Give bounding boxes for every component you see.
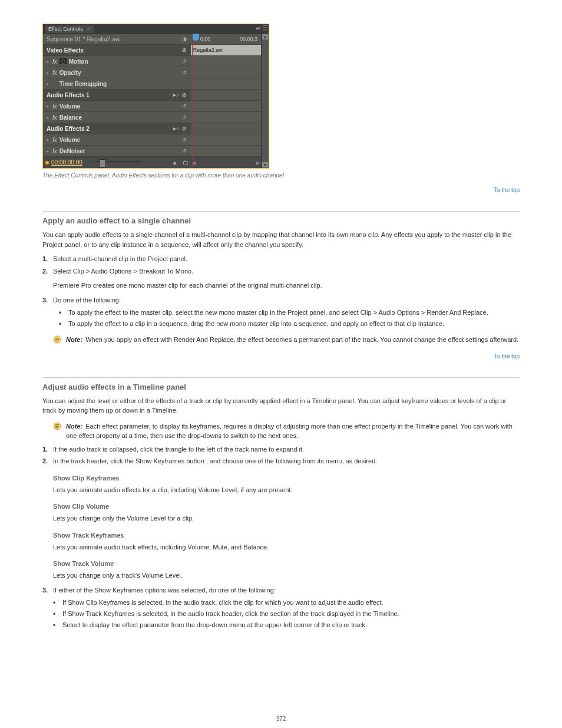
scroll-down-icon[interactable]: ▼ [262, 162, 268, 167]
bypass-icon[interactable]: ▸♪ [172, 90, 180, 101]
reset-icon[interactable]: ↺ [180, 112, 189, 123]
step-text: In the track header, click the Show Keyf… [53, 457, 377, 465]
chevron-right-icon[interactable]: ▸ [47, 67, 51, 78]
effect-label: DeNoiser [59, 146, 180, 157]
option-heading: Show Clip Keyframes [53, 475, 520, 482]
zoom-slider[interactable] [94, 161, 141, 164]
effect-label: Motion [69, 56, 180, 67]
step-2: 2. Select Clip > Audio Options > Breakou… [42, 266, 520, 276]
video-effects-section[interactable]: Video Effects ⊘ [43, 45, 191, 56]
step-2: 2. In the track header, click the Show K… [42, 456, 520, 466]
section-label: Audio Effects 1 [47, 90, 172, 101]
note-text: Each effect parameter, to display its ke… [66, 423, 513, 440]
list-item: To apply the effect to a clip in a seque… [59, 318, 520, 330]
step-number: 2. [42, 456, 53, 466]
sequence-label: Sequence 01 * Regalta2.avi [47, 34, 180, 45]
chevron-right-icon[interactable]: ▸ [47, 56, 51, 67]
audio-effects-1-section[interactable]: Audio Effects 1 ▸♪ ⊘ [43, 90, 191, 101]
scroll-up-icon[interactable]: ▲ [262, 34, 268, 39]
note-text: When you apply an effect with Render And… [85, 336, 518, 343]
step-text: If the audio track is collapsed, click t… [53, 444, 304, 454]
note-label: Note: [66, 423, 82, 430]
note-block: Note: When you apply an effect with Rend… [53, 335, 520, 345]
timeline-clip[interactable]: Regalta2.avi [191, 45, 261, 56]
bypass-icon[interactable]: ▸♪ [172, 123, 180, 134]
timeline-row [191, 56, 261, 67]
list-item: If Show Clip Keyframes is selected, in t… [53, 597, 520, 608]
chevron-right-icon[interactable]: ▸ [47, 134, 51, 146]
audio-effects-2-section[interactable]: Audio Effects 2 ▸♪ ⊘ [43, 123, 191, 134]
fx-icon: fx [52, 56, 57, 67]
toggle-icon[interactable]: ⊘ [180, 123, 189, 134]
effect-motion[interactable]: ▸ fx Motion ↺ [43, 56, 191, 67]
effect-volume-1[interactable]: ▸ fx Volume ↺ [43, 101, 191, 112]
section-divider [42, 377, 520, 378]
section-heading: Adjust audio effects in a Timeline panel [42, 383, 520, 391]
ruler-end: 00;00;3 [240, 34, 257, 44]
sequence-row: Sequence 01 * Regalta2.avi ◑ [43, 34, 191, 45]
svg-rect-7 [55, 427, 58, 428]
effect-denoiser[interactable]: ▸ fx DeNoiser ↺ [43, 146, 191, 157]
svg-rect-1 [55, 338, 59, 338]
step-number: 1. [42, 254, 53, 264]
timeline-row [191, 90, 261, 101]
record-dot-icon [45, 161, 49, 164]
effect-time-remapping[interactable]: ▸ fx Time Remapping [43, 78, 191, 90]
chevron-right-icon[interactable]: ▸ [47, 146, 51, 157]
reset-icon[interactable]: ↺ [180, 67, 189, 78]
step-text: Select Clip > Audio Options > Breakout T… [53, 266, 193, 276]
to-top-link[interactable]: To the top [42, 353, 520, 360]
panel-tabbar: Effect Controls × ▾≡ [43, 24, 269, 34]
chevron-right-icon[interactable]: ▸ [47, 101, 51, 112]
panel-grip-icon[interactable] [263, 25, 267, 31]
step-text: If either of the Show Keyframes options … [53, 585, 276, 595]
timeline-row [191, 67, 261, 78]
effect-label: Volume [59, 134, 180, 146]
bullet-list: To apply the effect to the master clip, … [59, 307, 520, 329]
note-label: Note: [66, 336, 82, 343]
note-block: Note: Each effect parameter, to display … [53, 421, 520, 441]
scroll-right-icon[interactable]: ▶ [256, 160, 260, 166]
effect-opacity[interactable]: ▸ fx Opacity ↺ [43, 67, 191, 78]
effect-controls-tab[interactable]: Effect Controls × [44, 25, 94, 33]
step-number: 2. [42, 266, 53, 276]
timeline-row [191, 123, 261, 134]
reset-icon[interactable]: ↺ [180, 134, 189, 146]
timecode-field[interactable]: 00;00;00;00 [51, 159, 82, 166]
step-text: Do one of the following: [53, 295, 121, 305]
toggle-icon[interactable]: ⊘ [180, 90, 189, 101]
folder-icon[interactable]: 🗀 [183, 159, 189, 166]
to-top-link[interactable]: To the top [42, 187, 520, 193]
timeline-ruler[interactable]: 0;00 00;00;3 [191, 34, 261, 45]
step-1: 1. Select a multi-channel clip in the Pr… [42, 254, 520, 264]
playhead-line[interactable] [192, 34, 193, 168]
effect-balance[interactable]: ▸ fx Balance ↺ [43, 112, 191, 123]
toggle-icon[interactable]: ⊘ [180, 45, 189, 56]
step-number: 1. [42, 444, 53, 454]
vertical-scrollbar[interactable]: ▲ ▼ [261, 34, 269, 168]
option-heading: Show Track Keyframes [53, 532, 520, 539]
effect-label: Volume [59, 101, 180, 112]
playhead-icon[interactable] [192, 34, 199, 41]
close-icon[interactable]: × [87, 26, 90, 32]
body-text: Lets you animate audio track effects, in… [53, 542, 520, 552]
step-3: 3. If either of the Show Keyframes optio… [42, 585, 520, 595]
fx-icon: fx [52, 146, 57, 157]
collapse-icon[interactable]: ◑ [180, 34, 189, 45]
chevron-right-icon[interactable]: ▸ [47, 112, 51, 123]
clip-name: Regalta2.avi [193, 47, 223, 53]
effect-volume-2[interactable]: ▸ fx Volume ↺ [43, 134, 191, 146]
reset-icon[interactable]: ↺ [180, 56, 189, 67]
timeline-row [191, 101, 261, 112]
step-number: 3. [42, 585, 53, 595]
svg-rect-5 [55, 424, 59, 425]
step-text: Select a multi-channel clip in the Proje… [53, 254, 187, 264]
reset-icon[interactable]: ↺ [180, 101, 189, 112]
timeline-row [191, 78, 261, 90]
reset-icon[interactable]: ↺ [180, 146, 189, 157]
step-1: 1. If the audio track is collapsed, clic… [42, 444, 520, 454]
chevron-right-icon[interactable]: ▸ [47, 78, 51, 90]
body-text: You can apply audio effects to a single … [42, 230, 520, 249]
page-number: 372 [0, 716, 562, 722]
panel-menu-icon[interactable]: ▾≡ [254, 26, 262, 31]
